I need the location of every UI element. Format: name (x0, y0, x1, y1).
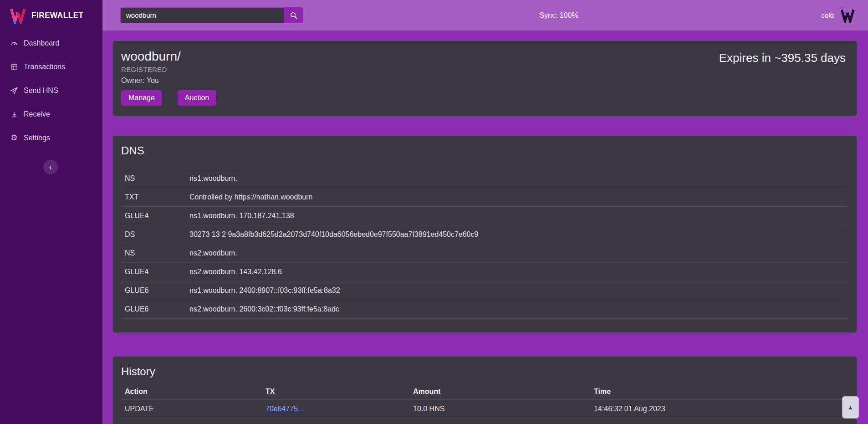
history-time: 14:46:32 01 Aug 2023 (590, 400, 848, 419)
sidebar-item-label: Dashboard (24, 39, 59, 47)
dns-record-type: GLUE4 (121, 207, 186, 225)
dns-record-value: ns2.woodburn. 2600:3c02::f03c:93ff:fe5a:… (186, 300, 848, 319)
sidebar-nav: Dashboard Transactions Send HNS (0, 31, 102, 150)
manage-button[interactable]: Manage (121, 90, 162, 106)
dns-record-type: GLUE6 (121, 300, 186, 319)
dns-record-value: ns2.woodburn. 143.42.128.6 (186, 263, 848, 281)
search-group (120, 7, 303, 23)
sidebar-item-label: Send HNS (24, 87, 58, 95)
domain-owner: Owner: You (121, 76, 216, 85)
settings-icon: ⚙ (10, 134, 19, 142)
transactions-icon (10, 63, 19, 71)
dashboard-icon (10, 39, 19, 47)
tx-link[interactable]: 70e64775... (266, 405, 304, 413)
history-row: UPDATE 70e64775... 10.0 HNS 14:46:32 01 … (121, 400, 848, 419)
history-header-time: Time (590, 384, 848, 400)
history-tx-cell: 70e64775... (262, 400, 409, 419)
dns-record-row: TXT Controlled by https://nathan.woodbur… (121, 188, 848, 207)
history-action: RENEW (121, 419, 262, 424)
scroll-top-button[interactable]: ▲ (842, 396, 859, 419)
dns-record-row: GLUE6 ns2.woodburn. 2600:3c02::f03c:93ff… (121, 300, 848, 319)
sidebar-item-label: Settings (24, 134, 50, 142)
send-icon (10, 87, 19, 95)
wallet-name: cold (821, 11, 834, 19)
history-header-amount: Amount (409, 384, 590, 400)
sidebar: FIREWALLET Dashboard Transactions (0, 0, 102, 424)
receive-icon (10, 110, 19, 118)
dns-record-type: GLUE6 (121, 281, 186, 300)
history-table-body: UPDATE 70e64775... 10.0 HNS 14:46:32 01 … (121, 400, 848, 424)
dns-record-row: NS ns1.woodburn. (121, 169, 848, 188)
sidebar-item-receive[interactable]: Receive (0, 102, 102, 126)
topbar: Sync: 100% cold (102, 0, 868, 31)
history-action: UPDATE (121, 400, 262, 419)
history-header-tx: TX (262, 384, 409, 400)
history-row: RENEW a79c58... 10.0 HNS 15:15:36 07 Jul… (121, 419, 848, 424)
dns-record-type: TXT (121, 188, 186, 207)
history-header-row: Action TX Amount Time (121, 384, 848, 400)
search-input[interactable] (120, 7, 284, 23)
brand-name: FIREWALLET (31, 11, 84, 20)
dns-title: DNS (121, 144, 848, 157)
domain-info: woodburn/ REGISTERED Owner: You Manage A… (121, 49, 216, 106)
search-button[interactable] (284, 7, 303, 23)
sidebar-collapse-button[interactable]: ‹ (43, 160, 58, 174)
firewallet-logo-dark-icon (839, 8, 856, 23)
domain-card: woodburn/ REGISTERED Owner: You Manage A… (112, 41, 857, 116)
main-content: woodburn/ REGISTERED Owner: You Manage A… (102, 31, 868, 424)
search-icon (290, 12, 297, 19)
dns-table-body: NS ns1.woodburn. TXT Controlled by https… (121, 169, 848, 319)
dns-card: DNS NS ns1.woodburn. TXT Controlled by h… (112, 135, 857, 333)
history-card: History Action TX Amount Time UPDATE 70e… (112, 356, 857, 424)
dns-record-value: Controlled by https://nathan.woodburn (186, 188, 848, 207)
sidebar-item-send-hns[interactable]: Send HNS (0, 79, 102, 102)
dns-record-row: GLUE4 ns2.woodburn. 143.42.128.6 (121, 263, 848, 281)
expiry-text: Expires in ~395.35 days (719, 51, 846, 65)
dns-record-type: NS (121, 169, 186, 188)
dns-record-value: ns1.woodburn. 170.187.241.138 (186, 207, 848, 225)
sync-status: Sync: 100% (539, 0, 578, 31)
chevron-left-icon: ‹ (49, 162, 52, 173)
auction-button[interactable]: Auction (178, 90, 216, 106)
sidebar-item-label: Transactions (24, 63, 65, 71)
history-amount: 10.0 HNS (409, 400, 590, 419)
history-title: History (121, 365, 848, 378)
dns-record-type: GLUE4 (121, 263, 186, 281)
dns-record-type: DS (121, 225, 186, 244)
firewallet-logo-icon (9, 7, 26, 24)
domain-name: woodburn/ (121, 49, 216, 63)
wallet-indicator[interactable]: cold (821, 0, 856, 31)
dns-record-value: ns2.woodburn. (186, 244, 848, 263)
dns-record-row: GLUE6 ns1.woodburn. 2400:8907::f03c:93ff… (121, 281, 848, 300)
dns-table: NS ns1.woodburn. TXT Controlled by https… (121, 169, 848, 319)
sidebar-item-label: Receive (24, 110, 50, 118)
history-amount: 10.0 HNS (409, 419, 590, 424)
history-tx-cell: a79c58... (262, 419, 409, 424)
dns-record-value: 30273 13 2 9a3a8fb3d625d2a2073d740f10da6… (186, 225, 848, 244)
brand[interactable]: FIREWALLET (0, 0, 102, 31)
dns-record-row: GLUE4 ns1.woodburn. 170.187.241.138 (121, 207, 848, 225)
history-table: Action TX Amount Time UPDATE 70e64775...… (121, 384, 848, 424)
dns-record-row: NS ns2.woodburn. (121, 244, 848, 263)
sidebar-item-settings[interactable]: ⚙ Settings (0, 126, 102, 150)
dns-record-value: ns1.woodburn. 2400:8907::f03c:93ff:fe5a:… (186, 281, 848, 300)
sidebar-item-dashboard[interactable]: Dashboard (0, 31, 102, 55)
dns-record-row: DS 30273 13 2 9a3a8fb3d625d2a2073d740f10… (121, 225, 848, 244)
history-header-action: Action (121, 384, 262, 400)
history-time: 15:15:36 07 Jul 2023 (590, 419, 848, 424)
dns-record-type: NS (121, 244, 186, 263)
sidebar-item-transactions[interactable]: Transactions (0, 55, 102, 79)
domain-status: REGISTERED (121, 66, 216, 74)
dns-record-value: ns1.woodburn. (186, 169, 848, 188)
up-arrow-icon: ▲ (848, 404, 853, 410)
